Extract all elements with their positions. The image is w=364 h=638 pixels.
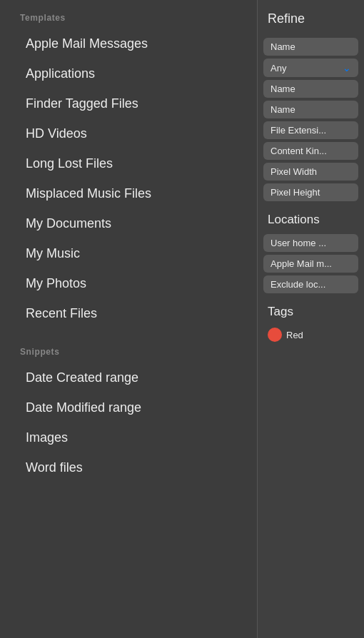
snippet-item-date-modified[interactable]: Date Modified range	[6, 393, 251, 422]
refine-pixel-width[interactable]: Pixel Width	[263, 163, 358, 181]
template-item-applications[interactable]: Applications	[6, 59, 251, 88]
snippet-item-word-files[interactable]: Word files	[6, 453, 251, 482]
location-apple-mail[interactable]: Apple Mail m...	[263, 255, 358, 273]
refine-header: Refine	[258, 0, 364, 35]
template-item-apple-mail[interactable]: Apple Mail Messages	[6, 29, 251, 59]
refine-name-3[interactable]: Name	[263, 101, 358, 118]
template-item-hd-videos[interactable]: HD Videos	[6, 119, 251, 148]
tag-red-dot	[268, 328, 282, 342]
refine-content-kind[interactable]: Content Kin...	[263, 142, 358, 160]
template-item-finder-tagged[interactable]: Finder Tagged Files	[6, 89, 251, 118]
snippet-item-date-created[interactable]: Date Created range	[6, 363, 251, 393]
left-panel: Templates Apple Mail Messages Applicatio…	[0, 0, 257, 638]
right-panel: Refine Name Any ⌄ Name Name File Extensi…	[257, 0, 364, 638]
location-user-home[interactable]: User home ...	[263, 234, 358, 252]
template-item-my-documents[interactable]: My Documents	[6, 209, 251, 238]
refine-any-dropdown[interactable]: Any ⌄	[263, 59, 358, 77]
snippets-section-header: Snippets	[0, 334, 257, 363]
template-item-recent-files[interactable]: Recent Files	[6, 299, 251, 328]
tags-header: Tags	[258, 296, 364, 323]
refine-name-2[interactable]: Name	[263, 80, 358, 98]
refine-file-extension[interactable]: File Extensi...	[263, 121, 358, 139]
tag-red-row[interactable]: Red	[258, 323, 364, 346]
template-item-misplaced-music[interactable]: Misplaced Music Files	[6, 179, 251, 208]
templates-section-header: Templates	[0, 0, 257, 29]
refine-name-1[interactable]: Name	[263, 38, 358, 56]
template-item-long-lost-files[interactable]: Long Lost Files	[6, 149, 251, 178]
locations-header: Locations	[258, 204, 364, 231]
location-exclude[interactable]: Exclude loc...	[263, 275, 358, 293]
snippet-item-images[interactable]: Images	[6, 423, 251, 452]
refine-pixel-height[interactable]: Pixel Height	[263, 183, 358, 201]
template-item-my-music[interactable]: My Music	[6, 239, 251, 268]
template-item-my-photos[interactable]: My Photos	[6, 269, 251, 298]
dropdown-arrow-icon: ⌄	[343, 62, 351, 74]
